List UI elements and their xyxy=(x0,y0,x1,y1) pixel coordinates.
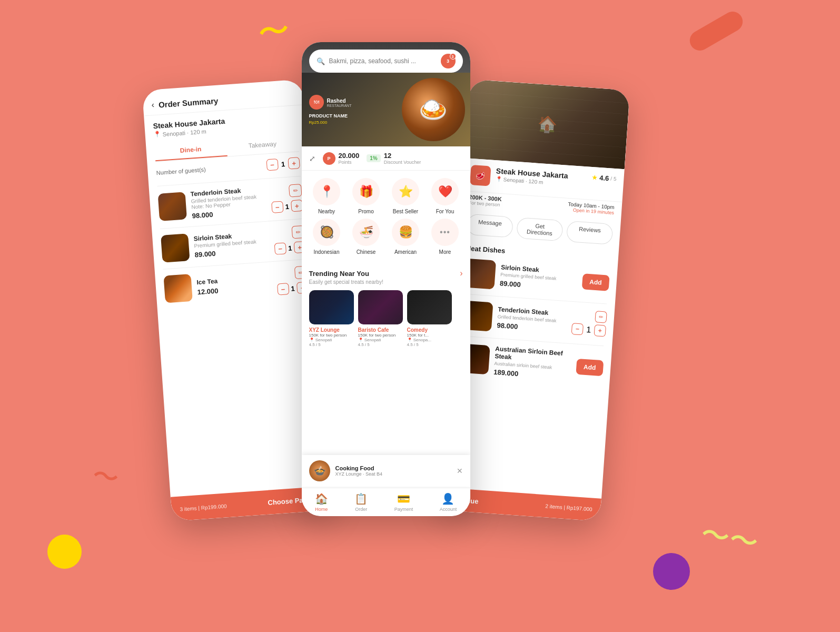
nav-home[interactable]: 🏠 Home xyxy=(315,492,328,512)
category-nearby[interactable]: 📍 Nearby xyxy=(309,178,344,214)
notification-count: 3 xyxy=(447,58,449,64)
order-icon: 📋 xyxy=(354,492,368,505)
item-details-tenderloin: Tenderloin Steak Grilled tenderloin beef… xyxy=(190,185,266,220)
add-sirloin-button[interactable]: Add xyxy=(581,273,609,291)
restaurant-rating: ★ 4.6 / 5 xyxy=(591,173,616,183)
bottom-notification: 🍲 Cooking Food XYZ Lounge · Seat B4 ✕ xyxy=(302,455,470,487)
get-directions-button[interactable]: Get Directions xyxy=(516,217,564,241)
rating-max: / 5 xyxy=(610,175,616,182)
trending-subtitle: Easily get special treats nearby! xyxy=(309,279,463,285)
tenderloin-increment-button[interactable]: + xyxy=(594,324,606,337)
trending-card-baristo[interactable]: Baristo Cafe 150K for two person 📍 Senop… xyxy=(358,290,403,347)
categories-section: 📍 Nearby 🎁 Promo ⭐ Best Seller ❤️ For Yo… xyxy=(302,171,470,259)
category-american[interactable]: 🍔 American xyxy=(388,219,423,255)
category-bestseller[interactable]: ⭐ Best Seller xyxy=(388,178,423,214)
trending-card-location: 📍 Senopati xyxy=(309,338,354,342)
trending-arrow[interactable]: › xyxy=(460,269,462,278)
category-promo[interactable]: 🎁 Promo xyxy=(349,178,384,214)
order-summary-title: Order Summary xyxy=(158,96,218,109)
search-bar: 🔍 3 3 xyxy=(309,50,463,73)
edit-item-button[interactable]: ✏ xyxy=(288,184,302,197)
american-icon: 🍔 xyxy=(392,219,419,246)
tenderloin-decrement-button[interactable]: − xyxy=(571,323,583,335)
nav-order-label: Order xyxy=(355,507,367,512)
add-aus-sirloin-button[interactable]: Add xyxy=(576,358,604,376)
edit-tenderloin-button[interactable]: ✏ xyxy=(595,311,607,323)
item-decrement-button[interactable]: − xyxy=(274,242,286,254)
banner-restaurant-label: RESTAURANT xyxy=(327,104,352,107)
item-image-icetea xyxy=(163,274,193,303)
trending-card-img-xyz xyxy=(309,290,354,324)
notification-close-button[interactable]: ✕ xyxy=(457,467,463,475)
message-button[interactable]: Message xyxy=(466,214,513,238)
category-indonesian[interactable]: 🥘 Indonesian xyxy=(309,219,344,255)
item-qty: 1 xyxy=(290,284,294,292)
category-foryou[interactable]: ❤️ For You xyxy=(428,178,463,214)
notification-text: Cooking Food XYZ Lounge · Seat B4 xyxy=(335,465,451,477)
rating-value: 4.6 xyxy=(599,174,609,182)
banner-price: Rp25.000 xyxy=(309,120,352,125)
item-qty-control: − 1 + xyxy=(271,200,303,213)
nav-order[interactable]: 📋 Order xyxy=(354,492,368,512)
guest-decrement-button[interactable]: − xyxy=(266,159,278,171)
trending-card-comedy[interactable]: Comedy 150K for t... 📍 Senopa... 4.5 / 5 xyxy=(407,290,452,347)
location-icon: 📍 xyxy=(153,131,161,138)
voucher-label: Discount Voucher xyxy=(384,160,421,165)
right-footer-items: 2 items | Rp197.000 xyxy=(545,503,592,512)
chinese-icon: 🍜 xyxy=(352,219,380,246)
reviews-button[interactable]: Reviews xyxy=(566,221,613,245)
tenderloin-actions: ✏ − 1 + xyxy=(571,309,607,339)
deco-yellow-squiggle2: 〜〜 xyxy=(697,515,761,563)
category-more[interactable]: ••• More xyxy=(428,219,463,255)
trending-card-price: 150K for two person xyxy=(358,333,403,338)
category-grid: 📍 Nearby 🎁 Promo ⭐ Best Seller ❤️ For Yo… xyxy=(309,178,463,255)
trending-card-xyz[interactable]: XYZ Lounge 150K for two person 📍 Senopat… xyxy=(309,290,354,347)
category-indonesian-label: Indonesian xyxy=(314,249,340,255)
payment-icon: 💳 xyxy=(397,492,410,505)
trending-card-name: XYZ Lounge xyxy=(309,327,354,333)
trending-section: Trending Near You › Easily get special t… xyxy=(302,262,470,353)
back-button[interactable]: ‹ xyxy=(151,100,155,110)
notification-button[interactable]: 3 3 xyxy=(441,54,456,68)
more-icon: ••• xyxy=(431,219,459,246)
trending-card-img-comedy xyxy=(407,290,452,324)
item-decrement-button[interactable]: − xyxy=(276,283,289,295)
time-info: Today 10am - 10pm Open in 19 minutes xyxy=(567,201,615,215)
category-chinese[interactable]: 🍜 Chinese xyxy=(349,219,384,255)
star-icon: ★ xyxy=(591,173,598,182)
voucher-count: 12 xyxy=(384,152,421,160)
center-search-area: 🔍 3 3 xyxy=(302,42,470,73)
phone-center: 🔍 3 3 🍽 Rashed RESTAURANT PRODUCT NAME xyxy=(302,42,470,516)
item-increment-button[interactable]: + xyxy=(291,200,303,212)
item-actions: ✏ − 1 + xyxy=(273,225,306,255)
guest-increment-button[interactable]: + xyxy=(288,157,300,169)
item-actions: ✏ − 1 + xyxy=(270,184,303,213)
banner-logo-icon: 🍽 xyxy=(309,95,324,110)
price-info: 200K - 300K For two person xyxy=(468,194,502,208)
expand-icon[interactable]: ⤢ xyxy=(309,154,315,163)
item-image-tenderloin xyxy=(157,192,187,221)
nav-payment[interactable]: 💳 Payment xyxy=(394,492,413,512)
tenderloin-qty: 1 xyxy=(586,324,591,334)
trending-card-price: 150K for t... xyxy=(407,333,452,338)
bell-icon: 3 xyxy=(450,53,456,60)
points-bar: ⤢ P 20.000 Points 1% 12 Discount Voucher xyxy=(302,146,470,171)
trending-card-rating: 4.5 / 5 xyxy=(358,342,403,347)
points-value: 20.000 xyxy=(339,152,360,160)
category-more-label: More xyxy=(439,249,451,255)
trending-header: Trending Near You › xyxy=(309,269,463,278)
item-details-sirloin: Sirloin Steak Premium grilled beef steak… xyxy=(193,230,270,259)
deco-orange-squiggle: 〜 xyxy=(90,458,122,497)
category-nearby-label: Nearby xyxy=(318,209,335,214)
search-input[interactable] xyxy=(329,57,437,65)
banner-area: 🍽 Rashed RESTAURANT PRODUCT NAME Rp25.00… xyxy=(302,73,470,146)
nav-account-label: Account xyxy=(440,507,457,512)
menu-item-aus-sirloin-details: Australian Sirloin Beef Steak Australian… xyxy=(493,345,571,381)
nav-account[interactable]: 👤 Account xyxy=(440,492,457,512)
promo-icon: 🎁 xyxy=(352,178,380,205)
item-decrement-button[interactable]: − xyxy=(271,201,283,213)
category-bestseller-label: Best Seller xyxy=(393,209,418,214)
restaurant-hero-image: 🏠 xyxy=(464,79,630,169)
footer-items-count: 3 items | Rp199.000 xyxy=(180,503,227,512)
banner-restaurant-name: Rashed xyxy=(327,98,352,104)
